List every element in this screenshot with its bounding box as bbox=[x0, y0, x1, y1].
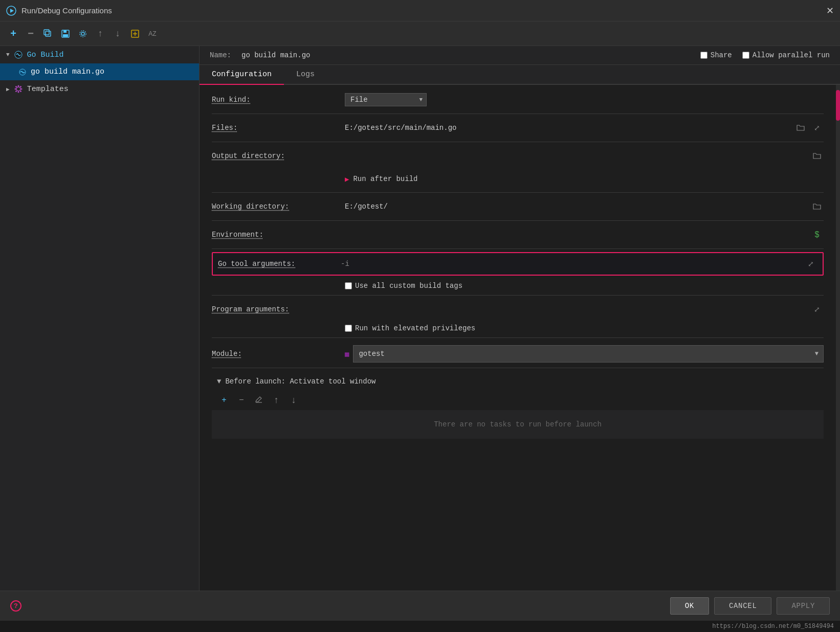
output-dir-folder-button[interactable] bbox=[810, 149, 824, 163]
svg-rect-6 bbox=[63, 34, 68, 37]
before-launch-header[interactable]: ▼ Before launch: Activate tool window bbox=[212, 373, 824, 390]
expand-icon: ▼ bbox=[6, 52, 10, 58]
before-launch-edit-button[interactable] bbox=[252, 393, 266, 407]
share-label: Share bbox=[711, 51, 732, 59]
add-template-button[interactable] bbox=[128, 27, 142, 41]
divider4 bbox=[212, 220, 824, 221]
program-args-label: Program arguments: bbox=[212, 305, 345, 313]
sidebar-item-templates[interactable]: ▶ Templates bbox=[0, 80, 199, 98]
sort-button[interactable]: AZ bbox=[145, 27, 160, 41]
sidebar-item-label: go build main.go bbox=[31, 67, 104, 76]
elevated-checkbox-label[interactable]: Run with elevated privileges bbox=[345, 324, 475, 332]
title-bar: Run/Debug Configurations ✕ bbox=[0, 0, 840, 21]
before-launch-up-button[interactable]: ↑ bbox=[269, 393, 283, 407]
copy-button[interactable] bbox=[41, 27, 55, 41]
sidebar: ▼ Go Build go build main.go ▶ bbox=[0, 46, 200, 591]
working-dir-label: Working directory: bbox=[212, 202, 345, 211]
module-row: Module: ▦ gotest ▼ bbox=[212, 340, 824, 368]
name-label: Name: bbox=[210, 51, 231, 59]
parallel-checkbox-label[interactable]: Allow parallel run bbox=[742, 51, 830, 59]
before-launch-label: Before launch: Activate tool window bbox=[225, 377, 375, 386]
run-kind-row: Run kind: File Package Directory bbox=[212, 88, 824, 111]
before-launch-down-button[interactable]: ↓ bbox=[286, 393, 301, 407]
svg-point-8 bbox=[80, 31, 86, 37]
output-dir-actions bbox=[810, 149, 824, 163]
vertical-scrollbar[interactable] bbox=[836, 85, 840, 591]
working-dir-row: Working directory: E:/gotest/ bbox=[212, 195, 824, 218]
files-expand-button[interactable]: ⤢ bbox=[810, 121, 824, 134]
divider5 bbox=[212, 249, 824, 249]
divider1 bbox=[212, 114, 824, 114]
svg-point-16 bbox=[17, 92, 19, 93]
svg-point-17 bbox=[14, 88, 16, 90]
sidebar-item-go-build-main[interactable]: go build main.go bbox=[0, 63, 199, 80]
run-kind-select[interactable]: File Package Directory bbox=[345, 93, 427, 106]
tab-configuration[interactable]: Configuration bbox=[200, 65, 284, 85]
share-checkbox[interactable] bbox=[700, 52, 708, 59]
before-launch-remove-button[interactable]: − bbox=[234, 393, 249, 407]
program-args-actions: ⤢ bbox=[810, 303, 824, 316]
go-build-group-label: Go Build bbox=[27, 51, 64, 59]
run-after-build-container: ▶ Run after build bbox=[345, 175, 417, 184]
go-tool-args-label: Go tool arguments: bbox=[218, 260, 341, 268]
tab-logs[interactable]: Logs bbox=[284, 65, 327, 85]
svg-point-20 bbox=[20, 91, 21, 92]
module-select[interactable]: gotest bbox=[353, 345, 824, 363]
move-up-button[interactable]: ↑ bbox=[93, 27, 107, 41]
cancel-button[interactable]: CANCEL bbox=[714, 597, 772, 615]
move-down-button[interactable]: ↓ bbox=[110, 27, 125, 41]
go-build-group-icon bbox=[14, 50, 23, 59]
module-label: Module: bbox=[212, 350, 345, 358]
config-panel: Name: go build main.go Share Allow paral… bbox=[200, 46, 840, 591]
divider7 bbox=[212, 337, 824, 338]
go-tool-expand-button[interactable]: ⤢ bbox=[804, 257, 817, 270]
files-folder-button[interactable] bbox=[794, 121, 807, 134]
elevated-label: Run with elevated privileges bbox=[355, 324, 475, 332]
gear-icon bbox=[78, 29, 87, 38]
working-dir-folder-button[interactable] bbox=[810, 200, 824, 213]
sidebar-group-go-build[interactable]: ▼ Go Build bbox=[0, 46, 199, 63]
environment-label: Environment: bbox=[212, 231, 345, 239]
settings-button[interactable] bbox=[76, 27, 90, 41]
files-label: Files: bbox=[212, 124, 345, 132]
divider3 bbox=[212, 192, 824, 193]
before-launch-add-button[interactable]: + bbox=[217, 393, 231, 407]
help-button[interactable]: ? bbox=[10, 600, 21, 612]
close-button[interactable]: ✕ bbox=[826, 5, 834, 16]
run-kind-select-wrapper: File Package Directory bbox=[345, 93, 427, 106]
environment-actions: $ bbox=[810, 228, 824, 241]
output-dir-label: Output directory: bbox=[212, 152, 345, 160]
elevated-privileges-row: Run with elevated privileges bbox=[212, 321, 824, 335]
svg-rect-2 bbox=[46, 31, 51, 36]
ok-button[interactable]: OK bbox=[670, 597, 709, 615]
main-content: ▼ Go Build go build main.go ▶ bbox=[0, 46, 840, 591]
before-launch-section: ▼ Before launch: Activate tool window + … bbox=[212, 368, 824, 444]
run-debug-icon bbox=[6, 6, 16, 16]
output-folder-icon bbox=[813, 152, 821, 160]
program-args-expand-button[interactable]: ⤢ bbox=[810, 303, 824, 316]
svg-point-22 bbox=[15, 91, 17, 92]
add-template-icon bbox=[130, 29, 140, 38]
files-row: Files: E:/gotest/src/main/main.go ⤢ bbox=[212, 116, 824, 140]
go-build-item-icon bbox=[18, 68, 27, 76]
build-tags-row: Use all custom build tags bbox=[212, 279, 824, 293]
save-button[interactable] bbox=[58, 27, 73, 41]
header-right: Share Allow parallel run bbox=[700, 51, 830, 59]
elevated-checkbox[interactable] bbox=[345, 325, 352, 332]
build-tags-checkbox[interactable] bbox=[345, 282, 352, 289]
apply-button[interactable]: APPLY bbox=[777, 597, 830, 615]
module-icon: ▦ bbox=[345, 350, 349, 358]
svg-marker-1 bbox=[10, 9, 14, 13]
working-dir-value: E:/gotest/ bbox=[345, 202, 804, 211]
environment-var-button[interactable]: $ bbox=[810, 228, 824, 241]
svg-point-21 bbox=[20, 86, 21, 87]
add-button[interactable]: + bbox=[6, 27, 20, 41]
parallel-checkbox[interactable] bbox=[742, 52, 749, 59]
svg-rect-5 bbox=[63, 30, 67, 33]
share-checkbox-label[interactable]: Share bbox=[700, 51, 732, 59]
build-tags-checkbox-label[interactable]: Use all custom build tags bbox=[345, 282, 462, 290]
svg-rect-3 bbox=[44, 30, 49, 35]
run-after-build-row: ▶ Run after build bbox=[212, 168, 824, 190]
remove-button[interactable]: − bbox=[24, 27, 38, 41]
templates-expand-icon: ▶ bbox=[6, 86, 10, 93]
